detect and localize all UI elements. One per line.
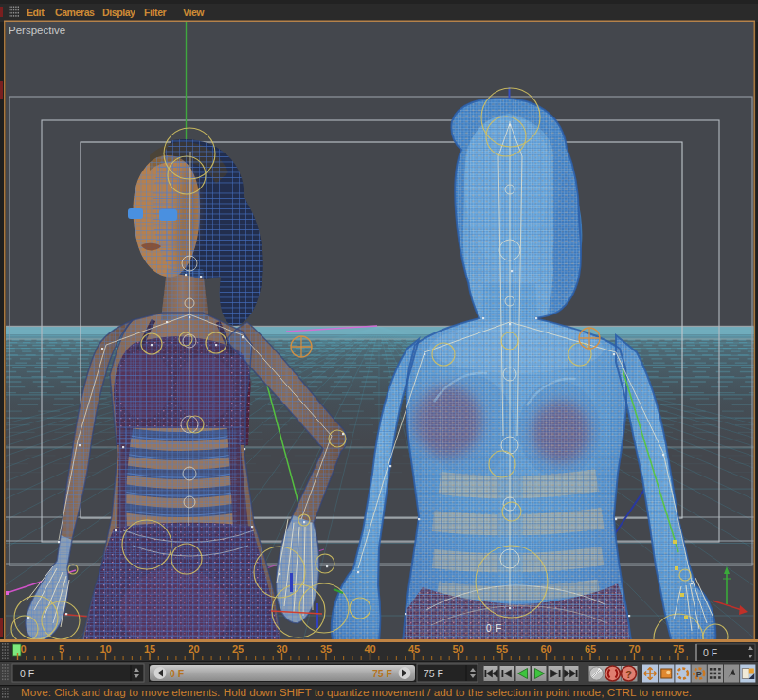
svg-text:55: 55	[496, 643, 508, 655]
svg-text:45: 45	[408, 643, 420, 655]
svg-text:60: 60	[540, 643, 551, 655]
svg-text:View: View	[183, 7, 205, 18]
svg-text:Move: Click and drag to move e: Move: Click and drag to move elements. H…	[21, 686, 692, 698]
svg-text:20: 20	[188, 643, 199, 655]
svg-text:10: 10	[99, 643, 111, 655]
svg-text:0 F: 0 F	[20, 668, 34, 679]
svg-text:Filter: Filter	[144, 7, 167, 18]
svg-text:30: 30	[276, 643, 287, 655]
svg-text:15: 15	[144, 643, 155, 655]
svg-text:0 F: 0 F	[486, 623, 502, 634]
svg-text:75: 75	[673, 643, 684, 655]
svg-text:0 F: 0 F	[170, 668, 185, 679]
svg-text:5: 5	[59, 643, 64, 655]
svg-text:25: 25	[232, 643, 244, 655]
svg-text:70: 70	[628, 643, 640, 655]
svg-text:75 F: 75 F	[424, 668, 443, 679]
svg-text:50: 50	[452, 643, 463, 655]
svg-text:0 F: 0 F	[703, 647, 717, 658]
svg-text:35: 35	[320, 643, 332, 655]
svg-text:0: 0	[21, 643, 27, 655]
svg-text:75 F: 75 F	[372, 668, 393, 679]
svg-text:P: P	[696, 670, 702, 679]
svg-text:Display: Display	[102, 7, 135, 18]
svg-text:65: 65	[585, 643, 596, 655]
svg-text:Perspective: Perspective	[9, 25, 65, 36]
svg-text:40: 40	[364, 643, 375, 655]
svg-text:Cameras: Cameras	[55, 7, 95, 18]
svg-text:Edit: Edit	[27, 7, 45, 18]
svg-text:?: ?	[625, 669, 632, 680]
